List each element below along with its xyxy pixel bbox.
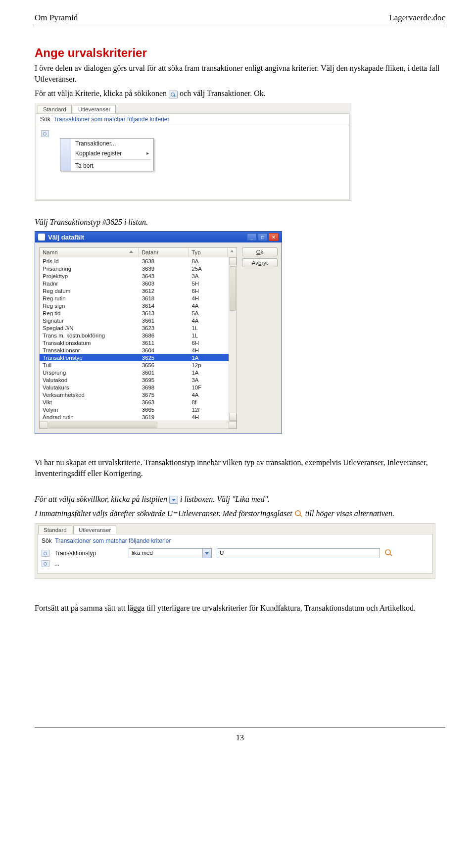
list-row[interactable]: Reg datum36126H bbox=[40, 287, 237, 294]
list-row[interactable]: Reg rutin36184H bbox=[40, 294, 237, 302]
search-bar-label: Sök bbox=[40, 116, 50, 123]
column-header-nr[interactable]: Datanr bbox=[139, 248, 189, 257]
cell-name: Signatur bbox=[40, 317, 139, 324]
value-field[interactable]: U bbox=[217, 548, 380, 558]
menu-separator bbox=[73, 159, 151, 160]
criteria-ellipsis: ... bbox=[54, 560, 59, 567]
cell-nr: 3698 bbox=[139, 384, 189, 391]
window-close-button[interactable]: × bbox=[269, 233, 279, 241]
list-row[interactable]: Projekttyp36433A bbox=[40, 272, 237, 280]
cell-typ: 4A bbox=[189, 302, 228, 309]
scroll-right-button[interactable] bbox=[229, 421, 237, 429]
list-row[interactable]: Tull365612p bbox=[40, 361, 237, 369]
paragraph-created-criteria: Vi har nu skapat ett urvalskriterie. Tra… bbox=[35, 457, 445, 479]
paragraph-continue: Fortsätt att på samma sätt att lägga til… bbox=[35, 603, 445, 614]
list-row[interactable]: Ändrad rutin36194H bbox=[40, 413, 237, 421]
scroll-thumb[interactable] bbox=[230, 266, 236, 311]
cell-name: Reg datum bbox=[40, 287, 139, 294]
caption-select-type: Välj Transaktionstyp #3625 i listan. bbox=[35, 217, 445, 228]
list-row[interactable]: Pris-id36388A bbox=[40, 257, 237, 265]
footer-rule bbox=[35, 727, 445, 727]
column-header-scroll: ^ bbox=[228, 248, 237, 257]
screenshot-select-datafield: Välj datafält _ □ × Namn Datanr Typ ^ Pr… bbox=[35, 231, 282, 434]
caption-listarrow: För att välja sökvillkor, klicka på list… bbox=[35, 494, 445, 505]
list-row[interactable]: Speglad J/N36231L bbox=[40, 324, 237, 332]
list-row[interactable]: Transaktionsnr36044H bbox=[40, 346, 237, 354]
list-row[interactable]: Volym366512f bbox=[40, 406, 237, 413]
window-minimize-button[interactable]: _ bbox=[247, 233, 257, 241]
sort-indicator-icon bbox=[129, 250, 133, 253]
list-row[interactable]: Transaktionstyp36251A bbox=[40, 354, 237, 361]
cell-nr: 3618 bbox=[139, 294, 189, 302]
column-header-name[interactable]: Namn bbox=[40, 248, 139, 257]
ok-button[interactable]: Ok bbox=[242, 247, 278, 256]
horizontal-scrollbar[interactable] bbox=[40, 421, 237, 429]
dropdown-arrow-icon bbox=[169, 496, 178, 504]
cell-nr: 3625 bbox=[139, 354, 189, 361]
scroll-left-button[interactable] bbox=[40, 421, 48, 429]
tab-utleveranser[interactable]: Utleveranser bbox=[73, 105, 116, 113]
list-row[interactable]: Ursprung36011A bbox=[40, 369, 237, 376]
cell-typ: 1A bbox=[189, 369, 228, 376]
scroll-down-button[interactable] bbox=[229, 413, 237, 421]
cell-nr: 3686 bbox=[139, 332, 189, 339]
cell-nr: 3603 bbox=[139, 280, 189, 287]
scroll-up-button[interactable] bbox=[229, 257, 237, 265]
list-row[interactable]: Valutakurs369810F bbox=[40, 384, 237, 391]
cell-name: Valutakurs bbox=[40, 384, 139, 391]
list-row[interactable]: Reg sign36144A bbox=[40, 302, 237, 309]
criteria-search-icon-2[interactable] bbox=[42, 560, 49, 567]
operator-field[interactable]: lika med bbox=[129, 548, 203, 558]
list-row[interactable]: Vikt36638f bbox=[40, 398, 237, 406]
column-header-typ[interactable]: Typ bbox=[189, 248, 228, 257]
cap2a-text: För att välja sökvillkor, klicka på list… bbox=[35, 495, 169, 503]
tab-utleveranser-2[interactable]: Utleveranser bbox=[73, 526, 116, 534]
list-row[interactable]: Trans m. kostn.bokföring36861L bbox=[40, 332, 237, 339]
value-magnifier-icon[interactable] bbox=[385, 549, 393, 557]
cell-name: Transaktionsnr bbox=[40, 346, 139, 354]
list-row[interactable]: Signatur36614A bbox=[40, 317, 237, 324]
list-row[interactable]: Radnr36035H bbox=[40, 280, 237, 287]
criteria-label: Transaktionstyp bbox=[54, 550, 124, 557]
criteria-search-icon[interactable] bbox=[42, 550, 49, 557]
cell-typ: 1A bbox=[189, 354, 228, 361]
operator-combo[interactable]: lika med bbox=[129, 548, 212, 558]
para2a-text: För att välja Kriterie, klicka på sökiko… bbox=[35, 89, 169, 97]
cell-nr: 3661 bbox=[139, 317, 189, 324]
cell-name: Pris-id bbox=[40, 257, 139, 265]
list-row[interactable]: Valutakod36953A bbox=[40, 376, 237, 384]
cell-typ: 1L bbox=[189, 332, 228, 339]
cell-typ: 8A bbox=[189, 257, 228, 265]
criteria-row-icon[interactable] bbox=[41, 130, 49, 137]
cell-nr: 3612 bbox=[139, 287, 189, 294]
cell-nr: 3623 bbox=[139, 324, 189, 332]
menu-item-transaktioner[interactable]: Transaktioner... bbox=[60, 139, 153, 148]
operator-dropdown-arrow-icon[interactable] bbox=[203, 548, 212, 558]
tab-standard-2[interactable]: Standard bbox=[38, 526, 72, 534]
menu-item-ta-bort[interactable]: Ta bort bbox=[60, 161, 153, 171]
list-row[interactable]: Reg tid36135A bbox=[40, 309, 237, 317]
search-bar-text: Transaktioner som matchar följande krite… bbox=[53, 116, 169, 123]
section-title: Ange urvalskriterier bbox=[35, 46, 445, 60]
header-rule bbox=[35, 25, 445, 25]
cell-nr: 3675 bbox=[139, 391, 189, 398]
cell-name: Prisändring bbox=[40, 265, 139, 272]
search-icon bbox=[169, 91, 178, 98]
cell-name: Vikt bbox=[40, 398, 139, 406]
list-row[interactable]: Verksamhetskod36754A bbox=[40, 391, 237, 398]
cell-name: Projekttyp bbox=[40, 272, 139, 280]
list-row[interactable]: Prisändring363925A bbox=[40, 265, 237, 272]
cell-nr: 3638 bbox=[139, 257, 189, 265]
menu-item-kopplade-register[interactable]: Kopplade register bbox=[60, 148, 153, 158]
tab-standard[interactable]: Standard bbox=[38, 105, 72, 113]
list-row[interactable]: Transaktionsdatum36116H bbox=[40, 339, 237, 346]
hscroll-thumb[interactable] bbox=[48, 422, 157, 428]
cell-nr: 3619 bbox=[139, 413, 189, 421]
cancel-button[interactable]: Avbryt bbox=[242, 258, 278, 267]
window-maximize-button[interactable]: □ bbox=[258, 233, 268, 241]
cell-nr: 3613 bbox=[139, 309, 189, 317]
cell-nr: 3611 bbox=[139, 339, 189, 346]
vertical-scrollbar[interactable] bbox=[229, 257, 237, 421]
screenshot-context-menu: Standard Utleveranser Sök Transaktioner … bbox=[35, 103, 351, 201]
window-icon bbox=[38, 234, 45, 241]
